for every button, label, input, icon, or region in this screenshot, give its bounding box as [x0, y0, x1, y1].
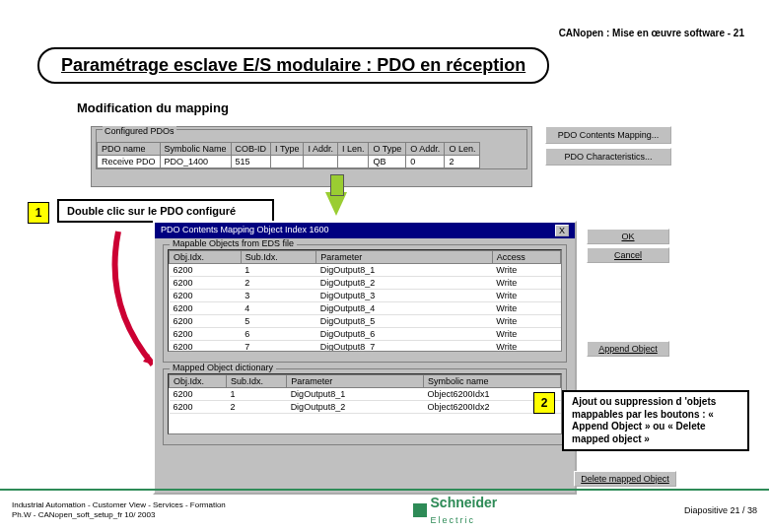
page-subtitle: Modification du mapping	[77, 100, 229, 115]
configured-pdos-table[interactable]: PDO name Symbolic Name COB-ID I Type I A…	[97, 142, 480, 168]
cell: 2	[241, 277, 315, 290]
cell: DigOutput8_7	[316, 341, 493, 353]
cell: 6200	[170, 341, 242, 353]
delete-mapped-object-button[interactable]: Delete mapped Object	[574, 471, 676, 487]
mapable-objects-table[interactable]: Obj.Idx. Sub.Idx. Parameter Access 62001…	[169, 250, 561, 352]
cell: 6200	[170, 290, 242, 302]
table-row[interactable]: Receive PDO PDO_1400 515 QB 0 2	[98, 156, 480, 168]
table-row[interactable]: 62002DigOutput8_2Write	[170, 277, 561, 290]
cell: 1	[241, 264, 315, 277]
cell: 5	[241, 315, 315, 328]
logo-text1: Schneider	[431, 495, 498, 510]
col-ilen: I Len.	[337, 143, 369, 156]
table-row[interactable]: 62006DigOutput8_6Write	[170, 328, 561, 341]
configured-pdos-label: Configured PDOs	[103, 126, 176, 136]
cell: Write	[492, 328, 560, 341]
cell	[304, 156, 338, 168]
cell: DigOutput8_1	[287, 388, 424, 401]
cell: PDO_1400	[160, 156, 231, 168]
cell: 6200	[170, 315, 242, 328]
col-oaddr: O Addr.	[406, 143, 445, 156]
cell: Receive PDO	[98, 156, 161, 168]
cell	[271, 156, 304, 168]
cell: DigOutput8_1	[316, 264, 493, 277]
cell: 6200	[170, 388, 227, 401]
cancel-button[interactable]: Cancel	[587, 247, 669, 263]
close-icon[interactable]: X	[555, 225, 569, 236]
dialog-title: PDO Contents Mapping Object Index 1600	[161, 225, 329, 236]
configured-pdos-panel: Configured PDOs PDO name Symbolic Name C…	[91, 126, 532, 187]
pdo-contents-mapping-button[interactable]: PDO Contents Mapping...	[545, 126, 671, 144]
table-row[interactable]: 62007DigOutput8_7Write	[170, 341, 561, 353]
pdo-side-buttons: PDO Contents Mapping... PDO Characterist…	[545, 126, 671, 166]
dialog-titlebar: PDO Contents Mapping Object Index 1600 X	[155, 223, 575, 238]
table-row[interactable]: 62001DigOutput8_1Write	[170, 264, 561, 277]
footer-left: Industrial Automation - Customer View - …	[12, 500, 226, 519]
cell: 2	[227, 401, 287, 414]
col-symname: Symbolic name	[424, 375, 561, 388]
ok-button[interactable]: OK	[587, 229, 669, 244]
cell: QB	[369, 156, 406, 168]
footer-line2: Ph.W - CANopen_soft_setup_fr 10/ 2003	[12, 510, 226, 520]
cell: 6200	[170, 264, 242, 277]
cell: 0	[406, 156, 445, 168]
col-access: Access	[492, 251, 560, 264]
step-1-badge: 1	[28, 202, 49, 224]
page-title-box: Paramétrage esclave E/S modulaire : PDO …	[37, 47, 549, 84]
cell: 7	[241, 341, 315, 353]
cell: 2	[445, 156, 480, 168]
append-object-button[interactable]: Append Object	[587, 341, 669, 357]
slide-number: Diapositive 21 / 38	[684, 505, 757, 515]
step-1-callout: Double clic sur le PDO configuré	[57, 199, 274, 223]
col-subidx: Sub.Idx.	[227, 375, 287, 388]
cell: 6200	[170, 302, 242, 315]
mapped-dict-table[interactable]: Obj.Idx. Sub.Idx. Parameter Symbolic nam…	[169, 374, 561, 414]
table-row[interactable]: 62002DigOutput8_2Object6200Idx2	[170, 401, 561, 414]
col-symbolic: Symbolic Name	[160, 143, 231, 156]
cell: DigOutput8_2	[287, 401, 424, 414]
cell: Write	[492, 277, 560, 290]
cell: Write	[492, 290, 560, 302]
cell: Write	[492, 341, 560, 353]
schneider-logo: SchneiderElectric	[413, 495, 498, 526]
logo-square-icon	[413, 503, 427, 517]
cell: Write	[492, 315, 560, 328]
col-subidx: Sub.Idx.	[241, 251, 315, 264]
cell: DigOutput8_3	[316, 290, 493, 302]
footer-line1: Industrial Automation - Customer View - …	[12, 500, 226, 510]
col-cobid: COB-ID	[231, 143, 271, 156]
cell: 6200	[170, 401, 227, 414]
cell: 4	[241, 302, 315, 315]
logo-text2: Electric	[431, 515, 476, 525]
cell: DigOutput8_2	[316, 277, 493, 290]
mapped-dict-label: Mapped Object dictionary	[170, 363, 276, 372]
cell: DigOutput8_5	[316, 315, 493, 328]
col-pdo-name: PDO name	[98, 143, 161, 156]
cell	[337, 156, 369, 168]
mapable-objects-label: Mapable Objects from EDS file	[170, 238, 297, 248]
cell: DigOutput8_4	[316, 302, 493, 315]
col-itype: I Type	[271, 143, 304, 156]
page-title: Paramétrage esclave E/S modulaire : PDO …	[61, 55, 525, 75]
table-row[interactable]: 62003DigOutput8_3Write	[170, 290, 561, 302]
cell: 6	[241, 328, 315, 341]
mapping-dialog: PDO Contents Mapping Object Index 1600 X…	[153, 221, 577, 495]
arrow-down-icon	[325, 192, 347, 216]
col-param: Parameter	[316, 251, 493, 264]
pdo-characteristics-button[interactable]: PDO Characteristics...	[545, 148, 671, 166]
cell: Write	[492, 302, 560, 315]
col-objidx: Obj.Idx.	[170, 251, 242, 264]
col-param: Parameter	[287, 375, 424, 388]
table-row[interactable]: 62005DigOutput8_5Write	[170, 315, 561, 328]
header-breadcrumb: CANopen : Mise en œuvre software - 21	[559, 28, 744, 38]
cell: 1	[227, 388, 287, 401]
step-2-callout: Ajout ou suppression d 'objets mappables…	[562, 390, 749, 451]
col-objidx: Obj.Idx.	[170, 375, 227, 388]
step-2-badge: 2	[533, 392, 555, 414]
col-olen: O Len.	[445, 143, 480, 156]
cell: Write	[492, 264, 560, 277]
cell: 3	[241, 290, 315, 302]
table-row[interactable]: 62001DigOutput8_1Object6200Idx1	[170, 388, 561, 401]
table-row[interactable]: 62004DigOutput8_4Write	[170, 302, 561, 315]
col-iaddr: I Addr.	[304, 143, 338, 156]
